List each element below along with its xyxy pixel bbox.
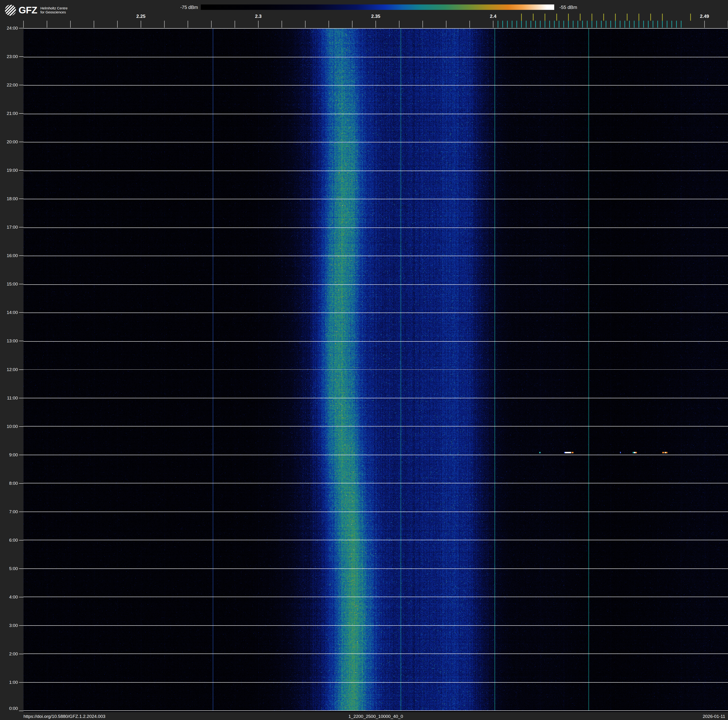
ble-channel-tick — [648, 21, 648, 28]
hour-axis-tick — [19, 199, 23, 199]
hour-axis-tick — [19, 284, 23, 284]
wifi-channel-tick — [580, 14, 581, 21]
hour-axis-label: 14:00 — [0, 310, 18, 315]
hour-axis-label: 23:00 — [0, 54, 18, 59]
ble-channel-tick — [657, 21, 658, 28]
wifi-channel-tick — [690, 14, 691, 21]
ble-channel-tick — [639, 21, 639, 28]
freq-minor-tick — [329, 21, 329, 28]
freq-minor-tick — [493, 21, 493, 28]
hour-axis-label: 0:00 — [0, 706, 18, 711]
ble-channel-tick — [643, 21, 644, 28]
hour-axis-label: 1:00 — [0, 680, 18, 685]
ble-channel-tick — [582, 21, 583, 28]
hour-axis-label: 10:00 — [0, 424, 18, 429]
hour-axis-label: 12:00 — [0, 367, 18, 372]
ble-channel-tick — [610, 21, 611, 28]
hour-axis-tick — [19, 654, 23, 654]
hour-axis-tick — [19, 483, 23, 484]
hour-axis-label: 9:00 — [0, 452, 18, 458]
ble-channel-tick — [662, 21, 663, 28]
freq-minor-tick — [422, 21, 423, 28]
ble-channel-tick — [629, 21, 630, 28]
hour-axis-label: 18:00 — [0, 196, 18, 201]
wifi-channel-tick — [662, 14, 663, 21]
hour-axis-tick — [19, 568, 23, 569]
freq-minor-tick — [141, 21, 141, 28]
hour-axis-label: 6:00 — [0, 538, 18, 543]
freq-minor-tick — [94, 21, 94, 28]
hour-axis-tick — [19, 711, 23, 711]
ble-channel-tick — [596, 21, 597, 28]
ble-channel-tick — [507, 21, 508, 28]
ble-channel-tick — [554, 21, 555, 28]
freq-axis-label: 2.35 — [371, 14, 381, 19]
freq-minor-tick — [70, 21, 71, 28]
ble-channel-tick — [512, 21, 512, 28]
freq-minor-tick — [188, 21, 188, 28]
hour-axis-tick — [19, 341, 23, 341]
wifi-channel-tick — [615, 14, 616, 21]
hour-axis-tick — [19, 28, 23, 28]
ble-channel-tick — [498, 21, 498, 28]
hour-axis-label: 21:00 — [0, 111, 18, 116]
time-axis: 24:0023:0022:0021:0020:0019:0018:0017:00… — [0, 0, 23, 720]
hour-axis-tick — [19, 398, 23, 398]
wifi-channel-tick — [639, 14, 639, 21]
spectrogram-page: { "header": { "logo": { "acronym": "GFZ"… — [0, 0, 728, 720]
hour-axis-tick — [19, 85, 23, 85]
hour-axis-label: 5:00 — [0, 566, 18, 571]
hour-axis-tick — [19, 256, 23, 256]
freq-axis-label: 2.3 — [255, 14, 262, 19]
freq-axis-label: 2.49 — [700, 14, 709, 19]
ble-channel-tick — [615, 21, 616, 28]
hour-axis-label: 13:00 — [0, 339, 18, 343]
hour-axis-label: 19:00 — [0, 168, 18, 173]
frequency-axis: 2.252.32.352.42.49 — [0, 0, 728, 28]
freq-minor-tick — [376, 21, 376, 28]
hour-axis-tick — [19, 57, 23, 57]
wifi-channel-tick — [556, 14, 557, 21]
ble-channel-tick — [563, 21, 564, 28]
ble-channel-tick — [653, 21, 653, 28]
freq-minor-tick — [399, 21, 399, 28]
freq-minor-tick — [352, 21, 352, 28]
hour-axis-label: 16:00 — [0, 253, 18, 258]
ble-channel-tick — [521, 21, 522, 28]
ble-channel-tick — [516, 21, 517, 28]
ble-channel-tick — [592, 21, 592, 28]
doi-text: https://doi.org/10.5880/GFZ.1.2.2024.003 — [23, 714, 106, 719]
freq-minor-tick — [446, 21, 447, 28]
ble-channel-tick — [634, 21, 635, 28]
wifi-channel-tick — [603, 14, 604, 21]
ble-channel-tick — [578, 21, 578, 28]
hour-axis-label: 3:00 — [0, 623, 18, 628]
hour-axis-tick — [19, 597, 23, 597]
hour-axis-tick — [19, 170, 23, 171]
ble-channel-tick — [549, 21, 550, 28]
freq-minor-tick — [211, 21, 212, 28]
freq-axis-label: 2.25 — [136, 14, 145, 19]
ble-channel-tick — [624, 21, 625, 28]
ble-channel-tick — [531, 21, 531, 28]
wifi-channel-tick — [521, 14, 522, 21]
ble-channel-tick — [676, 21, 677, 28]
hour-axis-tick — [19, 312, 23, 313]
ble-channel-tick — [601, 21, 602, 28]
hour-axis-tick — [19, 426, 23, 427]
freq-minor-tick — [117, 21, 118, 28]
ble-channel-tick — [568, 21, 569, 28]
hour-axis-label: 17:00 — [0, 225, 18, 230]
ble-channel-tick — [502, 21, 503, 28]
hour-axis-label: 22:00 — [0, 83, 18, 88]
ble-channel-tick — [667, 21, 667, 28]
wifi-channel-tick — [627, 14, 627, 21]
hour-axis-label: 7:00 — [0, 509, 18, 515]
hour-axis-label: 15:00 — [0, 282, 18, 287]
hour-axis-tick — [19, 227, 23, 227]
wifi-channel-tick — [592, 14, 592, 21]
ble-channel-tick — [573, 21, 574, 28]
hour-axis-tick — [19, 540, 23, 541]
hour-axis-tick — [19, 682, 23, 683]
freq-minor-tick — [258, 21, 258, 28]
